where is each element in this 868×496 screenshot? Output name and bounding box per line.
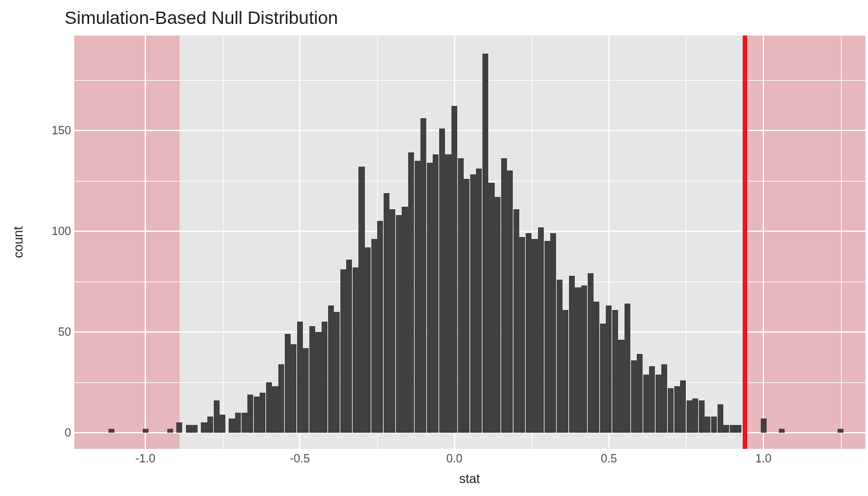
bar xyxy=(495,197,501,433)
bar xyxy=(439,129,445,433)
bar xyxy=(214,400,220,433)
bar xyxy=(371,239,377,433)
bar xyxy=(538,227,544,433)
bar xyxy=(278,364,284,433)
bar xyxy=(242,413,247,433)
bar xyxy=(488,183,494,433)
bar xyxy=(711,417,717,433)
bar xyxy=(192,425,198,433)
bar xyxy=(513,209,519,433)
grid-v xyxy=(763,36,764,449)
bar xyxy=(247,395,253,433)
bar xyxy=(201,422,207,433)
bar xyxy=(207,417,213,433)
bar xyxy=(389,209,395,433)
bar xyxy=(680,380,686,433)
observed-stat-vline xyxy=(743,36,747,449)
bar xyxy=(340,269,346,433)
bar xyxy=(594,302,599,433)
bar xyxy=(569,276,575,433)
bar xyxy=(519,237,525,433)
bar xyxy=(328,305,334,433)
x-tick-label: 0.5 xyxy=(601,452,617,466)
bar xyxy=(730,425,736,433)
bar xyxy=(451,106,457,433)
bar xyxy=(377,221,383,433)
bar xyxy=(235,413,241,433)
bar xyxy=(600,324,606,433)
bar xyxy=(838,429,843,433)
chart-figure: Simulation-Based Null Distribution count… xyxy=(0,0,868,496)
y-tick-label: 150 xyxy=(19,123,71,137)
bar xyxy=(563,310,568,433)
bar xyxy=(309,326,315,433)
bar xyxy=(544,241,550,433)
bar xyxy=(649,366,655,433)
bar xyxy=(408,152,414,433)
x-tick-label: -1.0 xyxy=(136,452,156,466)
x-tick-label: 0.0 xyxy=(446,452,462,466)
bar xyxy=(476,169,482,433)
bar xyxy=(612,310,618,433)
bar xyxy=(346,260,352,433)
grid-v-minor xyxy=(686,36,687,449)
bar xyxy=(402,207,408,433)
bar xyxy=(581,285,587,433)
bar xyxy=(575,287,581,433)
bar xyxy=(353,267,358,433)
bar xyxy=(303,348,309,433)
bar xyxy=(322,322,327,433)
bar xyxy=(507,170,513,433)
bar xyxy=(143,429,149,433)
bar xyxy=(779,429,785,433)
grid-v-minor xyxy=(223,36,223,449)
bar xyxy=(427,163,433,433)
bar xyxy=(220,415,225,433)
bar xyxy=(445,154,451,433)
bar xyxy=(420,118,426,433)
bar xyxy=(625,304,630,433)
bar xyxy=(433,154,439,433)
bar xyxy=(315,332,321,433)
bar xyxy=(643,375,649,433)
bar xyxy=(637,354,643,433)
page-title: Simulation-Based Null Distribution xyxy=(65,8,338,28)
bar xyxy=(674,386,680,433)
bar xyxy=(550,233,556,433)
bar xyxy=(482,54,488,433)
bar xyxy=(464,179,470,433)
bar xyxy=(668,388,674,433)
bar xyxy=(365,247,371,433)
y-tick-label: 50 xyxy=(19,325,71,338)
bar xyxy=(334,312,340,433)
bar xyxy=(718,404,723,433)
grid-v xyxy=(145,36,146,449)
bar xyxy=(285,334,291,433)
y-tick-label: 0 xyxy=(19,426,71,440)
bar xyxy=(167,429,173,433)
bar xyxy=(176,422,182,433)
bar xyxy=(692,398,698,433)
bar xyxy=(396,215,402,433)
bar xyxy=(260,393,265,433)
bar xyxy=(557,280,563,433)
bar xyxy=(458,158,464,433)
bar xyxy=(705,417,710,433)
shade-left xyxy=(74,36,180,449)
bar xyxy=(254,397,260,433)
bar xyxy=(588,273,594,433)
bar xyxy=(186,425,192,433)
bar xyxy=(470,174,476,433)
y-tick-label: 100 xyxy=(19,224,71,238)
bar xyxy=(272,386,278,433)
bar xyxy=(108,429,114,433)
bar xyxy=(606,305,612,433)
bar xyxy=(687,400,692,433)
bar xyxy=(266,382,272,433)
bar xyxy=(699,400,705,433)
bar xyxy=(736,425,741,433)
grid-v-minor xyxy=(841,36,842,449)
bar xyxy=(297,322,303,433)
bar xyxy=(532,239,537,433)
bar xyxy=(384,193,389,433)
